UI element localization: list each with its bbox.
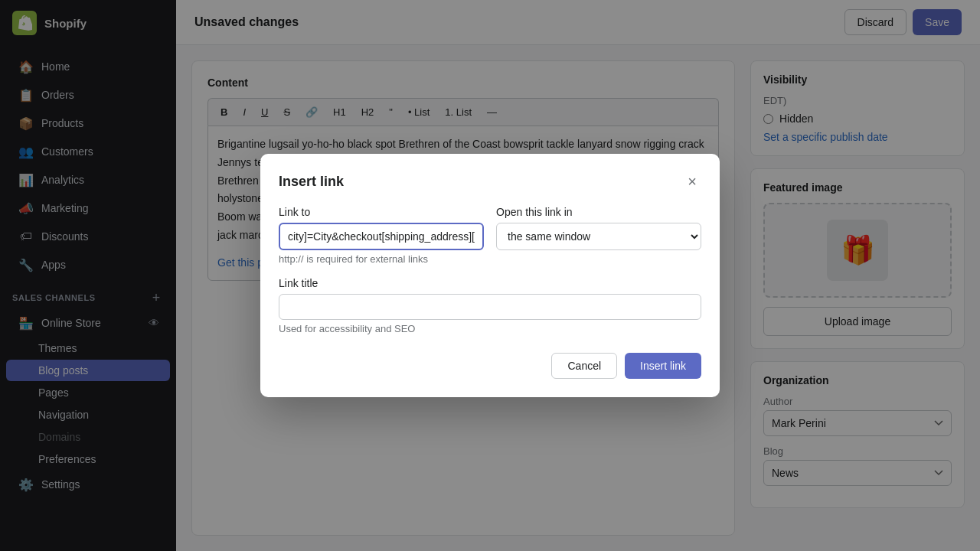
modal-title: Insert link xyxy=(279,174,344,190)
link-hint: http:// is required for external links xyxy=(279,253,484,265)
cancel-button[interactable]: Cancel xyxy=(551,353,617,379)
open-in-label: Open this link in xyxy=(496,206,701,218)
modal-actions: Cancel Insert link xyxy=(279,353,701,379)
link-to-field: Link to http:// is required for external… xyxy=(279,206,484,265)
modal-fields-row: Link to http:// is required for external… xyxy=(279,206,701,265)
link-title-field: Link title Used for accessibility and SE… xyxy=(279,277,701,334)
link-to-input[interactable] xyxy=(279,223,484,250)
insert-link-modal: Insert link × Link to http:// is require… xyxy=(260,154,720,397)
open-in-field: Open this link in the same window a new … xyxy=(496,206,701,250)
link-title-label: Link title xyxy=(279,277,701,289)
link-title-input[interactable] xyxy=(279,294,701,320)
link-to-label: Link to xyxy=(279,206,484,218)
open-in-select[interactable]: the same window a new window xyxy=(496,223,701,250)
modal-header: Insert link × xyxy=(279,172,701,191)
link-title-hint: Used for accessibility and SEO xyxy=(279,323,701,334)
insert-link-button[interactable]: Insert link xyxy=(625,353,701,379)
modal-overlay[interactable]: Insert link × Link to http:// is require… xyxy=(0,0,980,551)
modal-close-button[interactable]: × xyxy=(683,172,701,191)
